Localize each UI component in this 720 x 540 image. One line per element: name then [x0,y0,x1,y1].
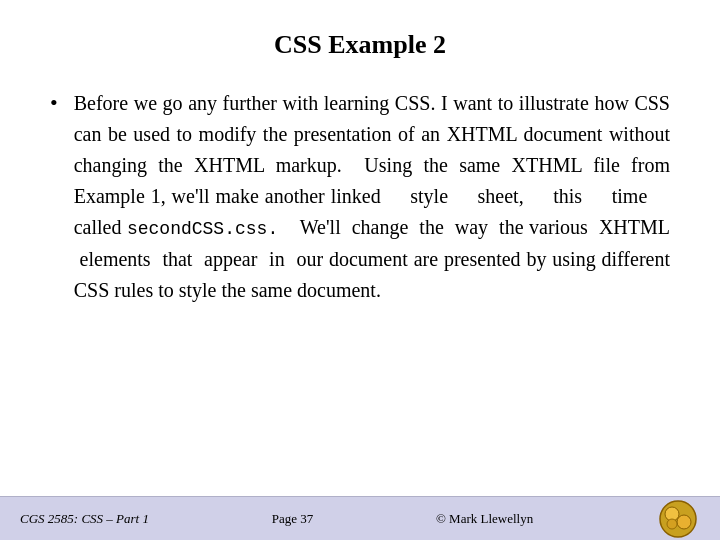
svg-point-2 [677,515,691,529]
bullet-symbol: • [50,92,58,114]
main-content: CSS Example 2 • Before we go any further… [0,0,720,496]
footer-course: CGS 2585: CSS – Part 1 [20,511,149,527]
footer-logo [656,499,700,539]
body-text: Before we go any further with learning C… [74,88,670,306]
content-area: • Before we go any further with learning… [50,88,670,306]
slide: CSS Example 2 • Before we go any further… [0,0,720,540]
svg-point-3 [667,519,677,529]
code-filename: secondCSS.css. [127,219,278,239]
slide-title: CSS Example 2 [50,30,670,60]
logo-icon [658,500,698,538]
footer-page: Page 37 [272,511,314,527]
footer-copyright: © Mark Llewellyn [436,511,533,527]
footer: CGS 2585: CSS – Part 1 Page 37 © Mark Ll… [0,496,720,540]
